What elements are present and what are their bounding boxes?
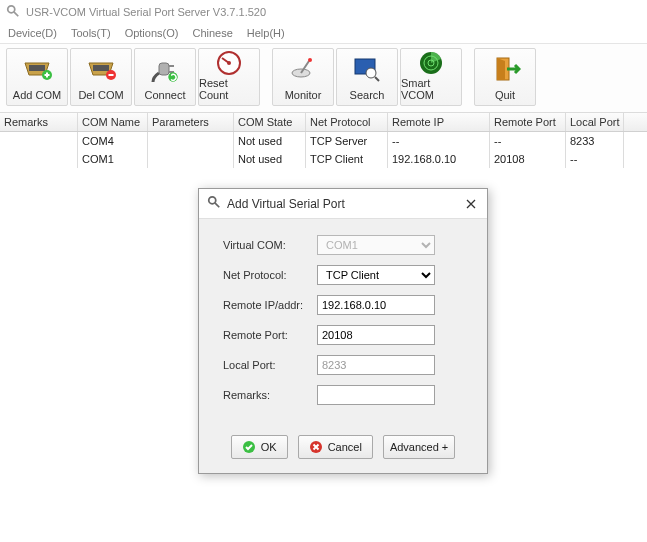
cell-rport: 20108 — [490, 150, 566, 168]
local-port-input[interactable] — [317, 355, 435, 375]
com-port-icon — [21, 49, 53, 89]
cell-params — [148, 132, 234, 150]
menu-help[interactable]: Help(H) — [247, 27, 285, 39]
window-title: USR-VCOM Virtual Serial Port Server V3.7… — [26, 6, 266, 18]
toolbar: Add COM Del COM Connect Reset Count Moni… — [0, 43, 647, 113]
vcom-label: Virtual COM: — [223, 239, 317, 251]
dialog-title: Add Virtual Serial Port — [227, 197, 345, 211]
del-com-button[interactable]: Del COM — [70, 48, 132, 106]
toolbtn-label: Quit — [495, 89, 515, 101]
cancel-button[interactable]: Cancel — [298, 435, 373, 459]
cell-state: Not used — [234, 132, 306, 150]
svg-line-26 — [215, 203, 219, 207]
dialog-icon — [207, 195, 221, 212]
toolbtn-label: Reset Count — [199, 77, 259, 101]
remote-ip-input[interactable] — [317, 295, 435, 315]
cell-state: Not used — [234, 150, 306, 168]
svg-rect-9 — [159, 63, 169, 75]
cell-remarks — [0, 132, 78, 150]
col-proto[interactable]: Net Protocol — [306, 113, 388, 131]
satellite-icon — [287, 49, 319, 89]
ok-button[interactable]: OK — [231, 435, 288, 459]
toolbtn-label: Smart VCOM — [401, 77, 461, 101]
cell-rip: -- — [388, 132, 490, 150]
col-remarks[interactable]: Remarks — [0, 113, 78, 131]
plug-icon — [149, 49, 181, 89]
reset-count-button[interactable]: Reset Count — [198, 48, 260, 106]
col-rip[interactable]: Remote IP — [388, 113, 490, 131]
col-rport[interactable]: Remote Port — [490, 113, 566, 131]
quit-button[interactable]: Quit — [474, 48, 536, 106]
exit-icon — [489, 49, 521, 89]
remote-ip-label: Remote IP/addr: — [223, 299, 317, 311]
menu-tools[interactable]: Tools(T) — [71, 27, 111, 39]
cell-remarks — [0, 150, 78, 168]
col-comname[interactable]: COM Name — [78, 113, 148, 131]
close-button[interactable] — [463, 196, 479, 212]
svg-line-1 — [14, 12, 18, 16]
svg-rect-8 — [109, 74, 114, 76]
svg-point-15 — [227, 61, 231, 65]
search-button[interactable]: Search — [336, 48, 398, 106]
remote-port-input[interactable] — [317, 325, 435, 345]
cell-lport: 8233 — [566, 132, 624, 150]
svg-rect-2 — [29, 65, 45, 71]
cancel-icon — [309, 440, 323, 454]
search-screen-icon — [351, 49, 383, 89]
table-row[interactable]: COM4 Not used TCP Server -- -- 8233 — [0, 132, 647, 150]
cancel-label: Cancel — [328, 441, 362, 453]
monitor-button[interactable]: Monitor — [272, 48, 334, 106]
cell-params — [148, 150, 234, 168]
cell-comname: COM1 — [78, 150, 148, 168]
col-params[interactable]: Parameters — [148, 113, 234, 131]
remarks-label: Remarks: — [223, 389, 317, 401]
table-row[interactable]: COM1 Not used TCP Client 192.168.0.10 20… — [0, 150, 647, 168]
toolbtn-label: Connect — [145, 89, 186, 101]
remote-port-label: Remote Port: — [223, 329, 317, 341]
svg-rect-6 — [93, 65, 109, 71]
menubar: Device(D) Tools(T) Options(O) Chinese He… — [0, 24, 647, 43]
check-icon — [242, 440, 256, 454]
window-titlebar: USR-VCOM Virtual Serial Port Server V3.7… — [0, 0, 647, 24]
advanced-button[interactable]: Advanced + — [383, 435, 455, 459]
toolbtn-label: Add COM — [13, 89, 61, 101]
menu-device[interactable]: Device(D) — [8, 27, 57, 39]
gauge-icon — [213, 49, 245, 77]
svg-point-17 — [308, 58, 312, 62]
cell-rport: -- — [490, 132, 566, 150]
local-port-label: Local Port: — [223, 359, 317, 371]
com-port-icon — [85, 49, 117, 89]
dialog-body: Virtual COM: COM1 Net Protocol: TCP Clie… — [199, 219, 487, 427]
remarks-input[interactable] — [317, 385, 435, 405]
dialog-buttons: OK Cancel Advanced + — [199, 427, 487, 473]
advanced-label: Advanced + — [390, 441, 448, 453]
cell-proto: TCP Server — [306, 132, 388, 150]
svg-line-20 — [375, 77, 379, 81]
add-com-button[interactable]: Add COM — [6, 48, 68, 106]
proto-label: Net Protocol: — [223, 269, 317, 281]
cell-comname: COM4 — [78, 132, 148, 150]
cell-lport: -- — [566, 150, 624, 168]
menu-options[interactable]: Options(O) — [125, 27, 179, 39]
app-icon — [6, 4, 20, 20]
ok-label: OK — [261, 441, 277, 453]
proto-select[interactable]: TCP Client — [317, 265, 435, 285]
col-lport[interactable]: Local Port — [566, 113, 624, 131]
svg-point-19 — [366, 68, 376, 78]
grid-header: Remarks COM Name Parameters COM State Ne… — [0, 113, 647, 132]
toolbtn-label: Del COM — [78, 89, 123, 101]
toolbtn-label: Monitor — [285, 89, 322, 101]
cell-proto: TCP Client — [306, 150, 388, 168]
connect-button[interactable]: Connect — [134, 48, 196, 106]
vcom-select[interactable]: COM1 — [317, 235, 435, 255]
dialog-titlebar: Add Virtual Serial Port — [199, 189, 487, 219]
svg-rect-5 — [46, 73, 48, 78]
svg-point-25 — [209, 197, 216, 204]
add-virtual-serial-port-dialog: Add Virtual Serial Port Virtual COM: COM… — [198, 188, 488, 474]
smart-vcom-button[interactable]: Smart VCOM — [400, 48, 462, 106]
cell-rip: 192.168.0.10 — [388, 150, 490, 168]
menu-chinese[interactable]: Chinese — [192, 27, 232, 39]
col-state[interactable]: COM State — [234, 113, 306, 131]
radar-icon — [415, 49, 447, 77]
svg-point-0 — [8, 6, 15, 13]
